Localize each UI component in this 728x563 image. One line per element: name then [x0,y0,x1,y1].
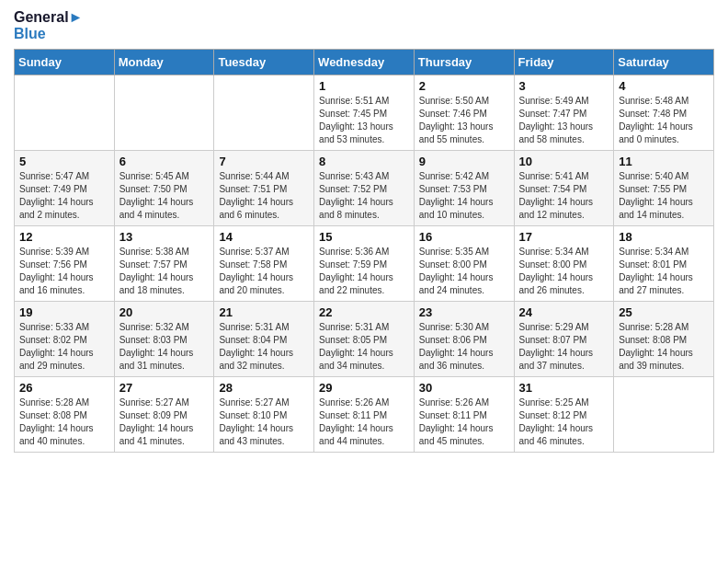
calendar-cell: 11Sunrise: 5:40 AM Sunset: 7:55 PM Dayli… [614,151,714,226]
day-info: Sunrise: 5:25 AM Sunset: 8:12 PM Dayligh… [519,396,609,448]
day-info: Sunrise: 5:47 AM Sunset: 7:49 PM Dayligh… [19,170,109,222]
day-number: 14 [219,230,309,244]
calendar-cell: 28Sunrise: 5:27 AM Sunset: 8:10 PM Dayli… [214,377,314,453]
day-header-sunday: Sunday [15,50,115,75]
calendar-cell: 10Sunrise: 5:41 AM Sunset: 7:54 PM Dayli… [514,151,614,226]
day-number: 17 [519,230,609,244]
day-number: 28 [219,381,309,395]
calendar-cell: 9Sunrise: 5:42 AM Sunset: 7:53 PM Daylig… [414,151,514,226]
calendar-cell: 29Sunrise: 5:26 AM Sunset: 8:11 PM Dayli… [314,377,415,453]
day-info: Sunrise: 5:26 AM Sunset: 8:11 PM Dayligh… [319,396,409,448]
day-info: Sunrise: 5:34 AM Sunset: 8:01 PM Dayligh… [619,246,709,297]
day-number: 2 [419,79,509,93]
calendar-cell: 15Sunrise: 5:36 AM Sunset: 7:59 PM Dayli… [314,226,415,302]
day-header-friday: Friday [514,50,614,75]
calendar-header-row: SundayMondayTuesdayWednesdayThursdayFrid… [15,50,714,75]
calendar-cell: 2Sunrise: 5:50 AM Sunset: 7:46 PM Daylig… [414,75,514,151]
day-header-saturday: Saturday [614,50,714,75]
day-number: 4 [619,79,709,93]
day-info: Sunrise: 5:37 AM Sunset: 7:58 PM Dayligh… [219,246,309,297]
page-header: General► Blue [14,9,714,41]
day-info: Sunrise: 5:31 AM Sunset: 8:04 PM Dayligh… [219,321,309,373]
calendar-cell [214,75,314,151]
day-info: Sunrise: 5:35 AM Sunset: 8:00 PM Dayligh… [419,246,509,297]
day-number: 1 [319,79,409,93]
calendar-cell: 4Sunrise: 5:48 AM Sunset: 7:48 PM Daylig… [614,75,714,151]
calendar-cell: 3Sunrise: 5:49 AM Sunset: 7:47 PM Daylig… [514,75,614,151]
calendar-cell: 5Sunrise: 5:47 AM Sunset: 7:49 PM Daylig… [15,151,115,226]
calendar-cell: 8Sunrise: 5:43 AM Sunset: 7:52 PM Daylig… [314,151,415,226]
day-number: 7 [219,155,309,168]
calendar-cell: 31Sunrise: 5:25 AM Sunset: 8:12 PM Dayli… [514,377,614,453]
day-number: 31 [519,381,609,395]
calendar-cell: 12Sunrise: 5:39 AM Sunset: 7:56 PM Dayli… [15,226,115,302]
day-number: 21 [219,305,309,319]
logo-container: General► Blue [14,9,83,41]
calendar-cell: 6Sunrise: 5:45 AM Sunset: 7:50 PM Daylig… [114,151,214,226]
day-info: Sunrise: 5:41 AM Sunset: 7:54 PM Dayligh… [519,170,609,222]
calendar-cell: 22Sunrise: 5:31 AM Sunset: 8:05 PM Dayli… [314,302,415,377]
day-header-monday: Monday [114,50,214,75]
day-info: Sunrise: 5:28 AM Sunset: 8:08 PM Dayligh… [619,321,709,373]
day-number: 16 [419,230,509,244]
day-info: Sunrise: 5:32 AM Sunset: 8:03 PM Dayligh… [119,321,210,373]
day-number: 19 [19,305,109,319]
day-info: Sunrise: 5:48 AM Sunset: 7:48 PM Dayligh… [619,95,709,146]
calendar-cell: 20Sunrise: 5:32 AM Sunset: 8:03 PM Dayli… [114,302,214,377]
day-number: 8 [319,155,409,168]
day-number: 5 [19,155,109,168]
day-info: Sunrise: 5:28 AM Sunset: 8:08 PM Dayligh… [19,396,109,448]
day-info: Sunrise: 5:44 AM Sunset: 7:51 PM Dayligh… [219,170,309,222]
day-info: Sunrise: 5:26 AM Sunset: 8:11 PM Dayligh… [419,396,509,448]
calendar-week-4: 19Sunrise: 5:33 AM Sunset: 8:02 PM Dayli… [15,302,714,377]
day-header-tuesday: Tuesday [214,50,314,75]
calendar-cell [15,75,115,151]
day-number: 23 [419,305,509,319]
day-info: Sunrise: 5:49 AM Sunset: 7:47 PM Dayligh… [519,95,609,146]
calendar-week-3: 12Sunrise: 5:39 AM Sunset: 7:56 PM Dayli… [15,226,714,302]
calendar-table: SundayMondayTuesdayWednesdayThursdayFrid… [14,49,714,453]
day-info: Sunrise: 5:36 AM Sunset: 7:59 PM Dayligh… [319,246,409,297]
day-info: Sunrise: 5:45 AM Sunset: 7:50 PM Dayligh… [119,170,210,222]
day-number: 11 [619,155,709,168]
calendar-cell [614,377,714,453]
calendar-cell: 21Sunrise: 5:31 AM Sunset: 8:04 PM Dayli… [214,302,314,377]
day-info: Sunrise: 5:50 AM Sunset: 7:46 PM Dayligh… [419,95,509,146]
day-header-wednesday: Wednesday [314,50,415,75]
day-number: 6 [119,155,210,168]
day-number: 26 [19,381,109,395]
calendar-cell: 25Sunrise: 5:28 AM Sunset: 8:08 PM Dayli… [614,302,714,377]
calendar-cell: 26Sunrise: 5:28 AM Sunset: 8:08 PM Dayli… [15,377,115,453]
day-info: Sunrise: 5:30 AM Sunset: 8:06 PM Dayligh… [419,321,509,373]
day-number: 24 [519,305,609,319]
calendar-cell: 13Sunrise: 5:38 AM Sunset: 7:57 PM Dayli… [114,226,214,302]
calendar-cell: 1Sunrise: 5:51 AM Sunset: 7:45 PM Daylig… [314,75,415,151]
day-number: 30 [419,381,509,395]
calendar-cell: 16Sunrise: 5:35 AM Sunset: 8:00 PM Dayli… [414,226,514,302]
day-info: Sunrise: 5:51 AM Sunset: 7:45 PM Dayligh… [319,95,409,146]
logo-blue: Blue [14,26,83,42]
calendar-week-2: 5Sunrise: 5:47 AM Sunset: 7:49 PM Daylig… [15,151,714,226]
calendar-week-1: 1Sunrise: 5:51 AM Sunset: 7:45 PM Daylig… [15,75,714,151]
calendar-cell: 30Sunrise: 5:26 AM Sunset: 8:11 PM Dayli… [414,377,514,453]
day-info: Sunrise: 5:39 AM Sunset: 7:56 PM Dayligh… [19,246,109,297]
calendar-cell: 7Sunrise: 5:44 AM Sunset: 7:51 PM Daylig… [214,151,314,226]
day-header-thursday: Thursday [414,50,514,75]
day-number: 12 [19,230,109,244]
logo: General► Blue [14,9,83,41]
day-info: Sunrise: 5:27 AM Sunset: 8:10 PM Dayligh… [219,396,309,448]
day-number: 20 [119,305,210,319]
day-number: 3 [519,79,609,93]
calendar-body: 1Sunrise: 5:51 AM Sunset: 7:45 PM Daylig… [15,75,714,453]
logo-general: General► [14,9,83,26]
day-number: 9 [419,155,509,168]
day-info: Sunrise: 5:42 AM Sunset: 7:53 PM Dayligh… [419,170,509,222]
calendar-cell: 27Sunrise: 5:27 AM Sunset: 8:09 PM Dayli… [114,377,214,453]
calendar-cell: 17Sunrise: 5:34 AM Sunset: 8:00 PM Dayli… [514,226,614,302]
day-info: Sunrise: 5:40 AM Sunset: 7:55 PM Dayligh… [619,170,709,222]
day-info: Sunrise: 5:27 AM Sunset: 8:09 PM Dayligh… [119,396,210,448]
day-info: Sunrise: 5:31 AM Sunset: 8:05 PM Dayligh… [319,321,409,373]
day-number: 27 [119,381,210,395]
calendar-week-5: 26Sunrise: 5:28 AM Sunset: 8:08 PM Dayli… [15,377,714,453]
day-number: 15 [319,230,409,244]
